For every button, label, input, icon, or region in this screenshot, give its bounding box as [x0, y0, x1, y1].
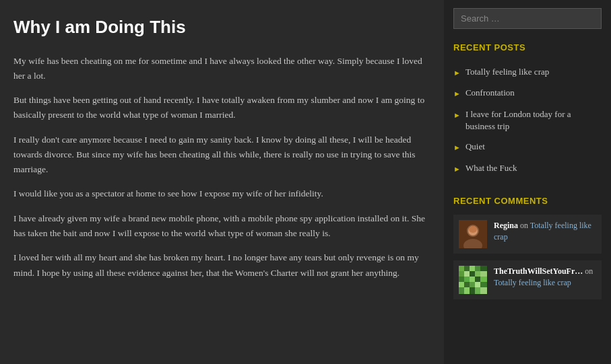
recent-post-link-4[interactable]: Quiet [465, 141, 485, 153]
svg-rect-25 [480, 282, 487, 287]
svg-rect-13 [470, 271, 475, 277]
paragraph-4: I would like you as a spectator at home … [13, 186, 428, 201]
arrow-icon-2: ► [453, 88, 461, 100]
paragraph-1: My wife has been cheating on me for some… [13, 54, 428, 84]
recent-comments-title: RECENT COMMENTS [453, 194, 602, 209]
recent-post-link-2[interactable]: Confrontation [465, 87, 515, 99]
comment-item-2: TheTruthWillSetYouFr… on Totally feeling… [453, 260, 602, 299]
svg-rect-16 [459, 277, 464, 282]
post-body: My wife has been cheating on me for some… [13, 54, 428, 281]
recent-post-link-3[interactable]: I leave for London today for a business … [465, 108, 602, 133]
svg-rect-30 [480, 287, 487, 294]
arrow-icon-3: ► [453, 110, 461, 122]
arrow-icon-1: ► [453, 67, 461, 79]
avatar-1 [459, 220, 487, 248]
recent-posts-title: RECENT POSTS [453, 41, 602, 55]
svg-rect-27 [464, 287, 470, 294]
paragraph-6: I loved her with all my heart and she ha… [13, 250, 428, 281]
svg-rect-28 [470, 287, 475, 294]
svg-point-4 [469, 226, 477, 233]
svg-rect-29 [475, 287, 480, 294]
svg-rect-19 [475, 277, 480, 282]
arrow-icon-4: ► [453, 142, 461, 154]
main-content: Why I am Doing This My wife has been che… [0, 0, 444, 364]
svg-rect-26 [459, 287, 464, 294]
recent-post-item-5[interactable]: ► What the Fuck [453, 158, 602, 180]
svg-rect-12 [464, 271, 470, 277]
comment-text-2: TheTruthWillSetYouFr… on Totally feeling… [494, 266, 596, 289]
svg-rect-21 [459, 282, 464, 287]
svg-rect-9 [475, 266, 480, 271]
recent-post-item-1[interactable]: ► Totally feeling like crap [453, 62, 602, 83]
svg-rect-14 [475, 271, 480, 277]
avatar-image-1 [459, 220, 487, 248]
paragraph-2: But things have been getting out of hand… [13, 93, 428, 123]
avatar-2 [459, 266, 487, 294]
commenter-name-1: Regina [494, 221, 518, 230]
recent-post-item-4[interactable]: ► Quiet [453, 137, 602, 158]
post-title: Why I am Doing This [13, 13, 428, 42]
svg-rect-11 [459, 271, 464, 277]
recent-comments-section: RECENT COMMENTS Regina on Totally feeli [453, 194, 602, 300]
comment-text-1: Regina on Totally feeling like crap [494, 220, 596, 243]
sidebar: RECENT POSTS ► Totally feeling like crap… [444, 0, 611, 364]
paragraph-5: I have already given my wife a brand new… [13, 211, 428, 242]
paragraph-3: I really don't care anymore because I ne… [13, 133, 428, 178]
comment-item-1: Regina on Totally feeling like crap [453, 215, 602, 254]
search-input[interactable] [453, 8, 602, 29]
recent-post-link-1[interactable]: Totally feeling like crap [465, 66, 549, 78]
svg-rect-7 [464, 266, 470, 271]
svg-rect-17 [464, 277, 470, 282]
recent-post-link-5[interactable]: What the Fuck [465, 162, 517, 174]
svg-rect-8 [470, 266, 475, 271]
svg-rect-10 [480, 266, 487, 271]
arrow-icon-5: ► [453, 163, 461, 176]
svg-rect-6 [459, 266, 464, 271]
svg-rect-24 [475, 282, 480, 287]
recent-post-item-2[interactable]: ► Confrontation [453, 83, 602, 104]
commenter-name-2: TheTruthWillSetYouFr… [494, 266, 583, 276]
svg-rect-23 [470, 282, 475, 287]
comment-on-2: on [585, 266, 593, 276]
svg-rect-20 [480, 277, 487, 282]
comment-link-2[interactable]: Totally feeling like crap [494, 278, 571, 287]
avatar-image-2 [459, 266, 487, 294]
svg-rect-22 [464, 282, 470, 287]
recent-post-item-3[interactable]: ► I leave for London today for a busines… [453, 104, 602, 137]
svg-rect-15 [480, 271, 487, 277]
recent-posts-section: RECENT POSTS ► Totally feeling like crap… [453, 41, 602, 180]
comment-on-1: on [520, 221, 530, 230]
svg-rect-18 [470, 277, 475, 282]
